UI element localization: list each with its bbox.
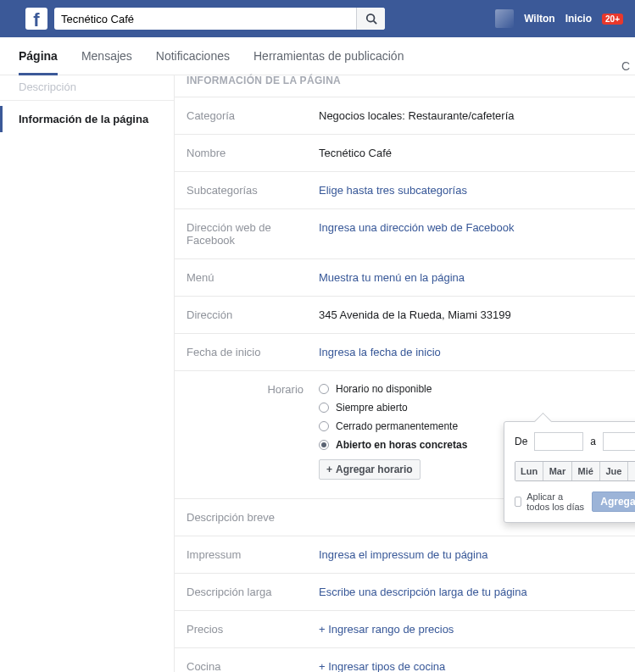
avatar[interactable]: [495, 9, 514, 28]
time-to-input[interactable]: [603, 432, 635, 451]
label-cocina: Cocina: [187, 660, 319, 672]
row-desc-larga[interactable]: Descripción larga Escribe una descripció…: [175, 574, 635, 611]
row-subcategorias[interactable]: Subcategorías Elige hasta tres subcatego…: [175, 172, 635, 209]
value-menu[interactable]: Muestra tu menú en la página: [319, 271, 623, 284]
day-mie[interactable]: Mié: [572, 462, 600, 480]
add-horario-label: Agregar horario: [336, 464, 413, 475]
value-desc-larga[interactable]: Escribe una descripción larga de tu pági…: [319, 586, 623, 598]
row-nombre[interactable]: Nombre Tecnético Café: [175, 135, 635, 172]
search-icon: [365, 13, 377, 25]
label-fecha: Fecha de inicio: [187, 346, 319, 358]
value-nombre: Tecnético Café: [319, 147, 623, 159]
agregar-button[interactable]: Agregar: [592, 492, 635, 512]
label-subcategorias: Subcategorías: [187, 184, 319, 197]
row-cocina[interactable]: Cocina Ingresar tipos de cocina: [175, 648, 635, 672]
label-precios: Precios: [187, 623, 319, 636]
label-direccion: Dirección: [187, 308, 319, 321]
search-wrapper: [54, 8, 385, 30]
home-link[interactable]: Inicio: [565, 13, 592, 25]
sidebar: Descripción Información de la página: [0, 75, 174, 672]
label-webfb: Dirección web de Facebook: [187, 221, 319, 247]
label-desc-breve: Descripción breve: [187, 511, 319, 524]
day-vie[interactable]: Vie: [628, 462, 635, 480]
sidebar-item-informacion[interactable]: Información de la página: [0, 106, 174, 132]
plus-icon: +: [326, 464, 332, 475]
label-desc-larga: Descripción larga: [187, 586, 319, 598]
facebook-logo[interactable]: f: [25, 8, 47, 30]
tab-mensajes[interactable]: Mensajes: [81, 49, 132, 75]
row-fecha[interactable]: Fecha de inicio Ingresa la fecha de inic…: [175, 334, 635, 371]
row-impressum[interactable]: Impressum Ingresa el impressum de tu pág…: [175, 536, 635, 574]
row-direccion[interactable]: Dirección 345 Avenida de la Rueda, Miami…: [175, 297, 635, 334]
value-impressum[interactable]: Ingresa el impressum de tu página: [319, 548, 623, 561]
label-nombre: Nombre: [187, 147, 319, 159]
time-from-input[interactable]: [534, 432, 583, 451]
apply-row: Aplicar a todos los días Agregar Cancela…: [515, 492, 635, 512]
day-lun[interactable]: Lun: [515, 462, 543, 480]
content-panel: INFORMACIÓN DE LA PÁGINA Categoría Negoc…: [174, 75, 635, 672]
value-webfb[interactable]: Ingresa una dirección web de Facebook: [319, 221, 623, 247]
search-input[interactable]: [54, 8, 385, 30]
user-name[interactable]: Wilton: [524, 13, 555, 25]
day-jue[interactable]: Jue: [600, 462, 628, 480]
label-menu: Menú: [187, 271, 319, 284]
row-menu[interactable]: Menú Muestra tu menú en la página: [175, 259, 635, 297]
topbar-right: Wilton Inicio 20+: [495, 9, 623, 28]
sidebar-item-descripcion[interactable]: Descripción: [0, 81, 174, 101]
label-de: De: [515, 436, 527, 447]
row-webfb[interactable]: Dirección web de Facebook Ingresa una di…: [175, 209, 635, 259]
svg-point-0: [366, 14, 374, 22]
row-precios[interactable]: Precios Ingresar rango de precios: [175, 611, 635, 648]
time-range-row: De a: [515, 432, 635, 451]
day-mar[interactable]: Mar: [543, 462, 571, 480]
label-a: a: [590, 436, 596, 447]
label-impressum: Impressum: [187, 548, 319, 561]
label-categoria: Categoría: [187, 109, 319, 122]
value-categoria: Negocios locales: Restaurante/cafetería: [319, 109, 623, 122]
apply-all-checkbox[interactable]: [515, 497, 521, 507]
value-cocina[interactable]: Ingresar tipos de cocina: [319, 660, 623, 672]
value-fecha[interactable]: Ingresa la fecha de inicio: [319, 346, 623, 358]
apply-all-label: Aplicar a todos los días: [526, 492, 587, 512]
value-precios[interactable]: Ingresar rango de precios: [319, 623, 623, 636]
label-horario: Horario: [187, 383, 319, 396]
top-bar: f Wilton Inicio 20+: [0, 0, 635, 37]
row-categoria[interactable]: Categoría Negocios locales: Restaurante/…: [175, 97, 635, 135]
add-horario-button[interactable]: + Agregar horario: [319, 459, 421, 480]
svg-line-1: [373, 21, 376, 25]
radio-no-disponible[interactable]: Horario no disponible: [319, 383, 623, 395]
value-subcategorias[interactable]: Elige hasta tres subcategorías: [319, 184, 623, 197]
day-picker: Lun Mar Mié Jue Vie Sáb Dom: [515, 461, 635, 481]
horario-popover: De a Lun Mar Mié Jue Vie Sáb Dom Aplicar…: [504, 421, 635, 523]
value-direccion: 345 Avenida de la Rueda, Miami 33199: [319, 308, 623, 321]
radio-siempre[interactable]: Siempre abierto: [319, 402, 623, 414]
tab-pagina[interactable]: Página: [19, 49, 58, 75]
section-header: INFORMACIÓN DE LA PÁGINA: [175, 70, 635, 97]
search-button[interactable]: [356, 8, 385, 30]
notification-badge[interactable]: 20+: [602, 14, 623, 25]
